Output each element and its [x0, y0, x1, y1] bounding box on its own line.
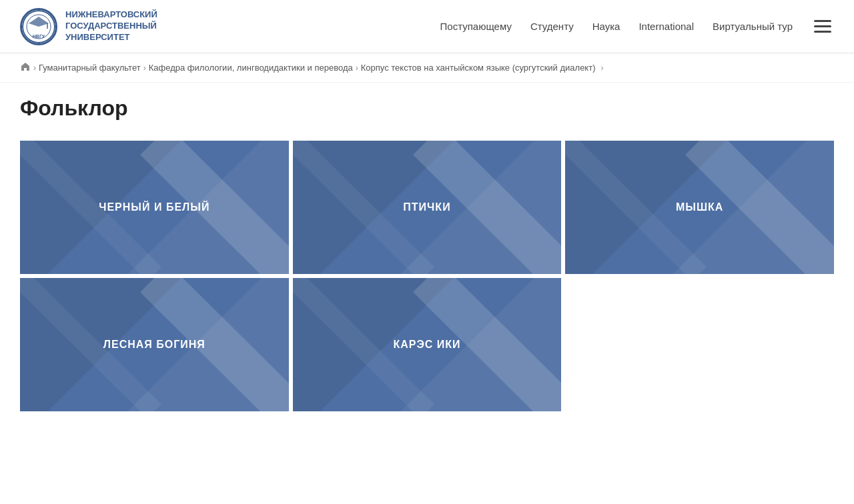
- main-nav: Поступающему Студенту Наука Internationa…: [440, 17, 834, 35]
- card-label-myshka: МЫШКА: [676, 201, 723, 213]
- site-header: НВГУ НИЖНЕВАРТОВСКИЙ ГОСУДАРСТВЕННЫЙ УНИ…: [0, 0, 854, 53]
- breadcrumb-corpus[interactable]: Корпус текстов на хантыйском языке (сург…: [361, 63, 596, 73]
- card-ptichki[interactable]: ПТИЧКИ: [293, 141, 562, 274]
- breadcrumb-sep-4: ›: [601, 63, 604, 73]
- svg-marker-2: [29, 17, 49, 27]
- empty-card-slot: [565, 278, 834, 411]
- breadcrumb-department[interactable]: Кафедра филологии, лингводидактики и пер…: [149, 63, 353, 73]
- nav-item-studentu[interactable]: Студенту: [530, 21, 574, 32]
- logo-title-line1: НИЖНЕВАРТОВСКИЙ: [65, 9, 157, 21]
- logo-area: НВГУ НИЖНЕВАРТОВСКИЙ ГОСУДАРСТВЕННЫЙ УНИ…: [20, 8, 157, 45]
- card-label-ptichki: ПТИЧКИ: [403, 201, 450, 213]
- card-kares-iki[interactable]: КАРЭС ИКИ: [293, 278, 562, 411]
- nav-item-international[interactable]: International: [638, 21, 694, 32]
- card-myshka[interactable]: МЫШКА: [565, 141, 834, 274]
- card-label-lesnaya: ЛЕСНАЯ БОГИНЯ: [103, 339, 205, 351]
- nav-item-nauka[interactable]: Наука: [592, 21, 620, 32]
- page-title: Фольклор: [20, 96, 834, 121]
- breadcrumb: › Гуманитарный факультет › Кафедра филол…: [0, 53, 854, 83]
- breadcrumb-sep-3: ›: [356, 63, 358, 73]
- card-label-cherny: ЧЕРНЫЙ И БЕЛЫЙ: [99, 201, 209, 213]
- cards-grid-row2: ЛЕСНАЯ БОГИНЯ КАРЭС ИКИ: [20, 278, 834, 411]
- card-lesnaya-boginya[interactable]: ЛЕСНАЯ БОГИНЯ: [20, 278, 289, 411]
- nav-item-virtual-tour[interactable]: Виртуальный тур: [713, 21, 793, 32]
- card-cherny-i-bely[interactable]: ЧЕРНЫЙ И БЕЛЫЙ: [20, 141, 289, 274]
- nav-item-postupayuschemu[interactable]: Поступающему: [440, 21, 512, 32]
- cards-grid-row1: ЧЕРНЫЙ И БЕЛЫЙ ПТИЧКИ МЫШКА: [20, 141, 834, 274]
- logo-icon: НВГУ: [20, 8, 57, 45]
- breadcrumb-home[interactable]: [20, 61, 31, 74]
- logo-title-line2: ГОСУДАРСТВЕННЫЙ: [65, 21, 157, 32]
- logo-text: НИЖНЕВАРТОВСКИЙ ГОСУДАРСТВЕННЫЙ УНИВЕРСИ…: [65, 9, 157, 43]
- breadcrumb-sep-1: ›: [33, 63, 36, 73]
- card-label-kares: КАРЭС ИКИ: [393, 339, 460, 351]
- svg-rect-3: [47, 23, 48, 29]
- main-content: Фольклор ЧЕРНЫЙ И БЕЛЫЙ ПТИЧКИ МЫШКА: [0, 83, 854, 438]
- breadcrumb-faculty[interactable]: Гуманитарный факультет: [39, 63, 141, 73]
- svg-text:НВГУ: НВГУ: [33, 34, 45, 39]
- breadcrumb-sep-2: ›: [143, 63, 146, 73]
- hamburger-menu[interactable]: [811, 17, 834, 35]
- logo-title-line3: УНИВЕРСИТЕТ: [65, 32, 157, 43]
